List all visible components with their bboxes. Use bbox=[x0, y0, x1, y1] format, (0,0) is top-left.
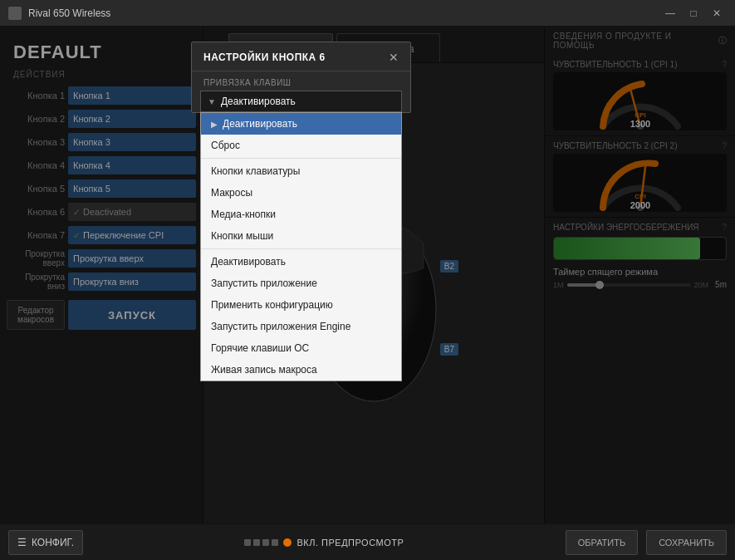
dialog-title: НАСТРОЙКИ КНОПКА 6 bbox=[203, 52, 326, 63]
item-label-mouse: Кнопки мыши bbox=[211, 230, 273, 242]
item-label-deactivate: Деактивировать bbox=[223, 118, 297, 130]
maximize-button[interactable]: □ bbox=[684, 5, 703, 22]
app-title: Rival 650 Wireless bbox=[28, 7, 110, 19]
keybind-label: ПРИВЯЗКА КЛАВИШ bbox=[192, 71, 410, 91]
dropdown-item-deactivate[interactable]: ▶ Деактивировать bbox=[201, 113, 401, 135]
dropdown-item-macros[interactable]: Макросы bbox=[201, 182, 401, 204]
dropdown-container: ▼ Деактивировать ▶ Деактивировать Сброс … bbox=[200, 91, 402, 112]
dropdown-item-hotkeys[interactable]: Горячие клавиши ОС bbox=[201, 337, 401, 359]
item-label-apply-config: Применить конфигурацию bbox=[211, 299, 333, 311]
dialog-header: НАСТРОЙКИ КНОПКА 6 ✕ bbox=[192, 42, 410, 71]
dropdown-item-mouse[interactable]: Кнопки мыши bbox=[201, 225, 401, 247]
config-icon: ☰ bbox=[17, 537, 27, 548]
dropdown-item-deactivate2[interactable]: Деактивировать bbox=[201, 251, 401, 273]
preview-area: ВКЛ. ПРЕДПРОСМОТР bbox=[91, 538, 557, 548]
config-button[interactable]: ☰ КОНФИГ. bbox=[8, 530, 83, 555]
dot3 bbox=[262, 539, 269, 546]
dropdown-item-apply-config[interactable]: Применить конфигурацию bbox=[201, 294, 401, 316]
dropdown-item-launch-app[interactable]: Запустить приложение bbox=[201, 273, 401, 294]
item-label-reset: Сброс bbox=[211, 140, 240, 151]
config-label: КОНФИГ. bbox=[32, 537, 74, 548]
app-icon bbox=[8, 7, 22, 20]
item-label-hotkeys: Горячие клавиши ОС bbox=[211, 342, 309, 354]
dropdown-selected[interactable]: ▼ Деактивировать bbox=[200, 91, 402, 112]
dropdown-item-media[interactable]: Медиа-кнопки bbox=[201, 204, 401, 225]
item-label-live-record: Живая запись макроса bbox=[211, 364, 317, 376]
settings-dialog: НАСТРОЙКИ КНОПКА 6 ✕ ПРИВЯЗКА КЛАВИШ ▼ Д… bbox=[191, 42, 411, 113]
item-label-keyboard: Кнопки клавиатуры bbox=[211, 165, 300, 177]
dot4 bbox=[272, 539, 278, 546]
minimize-button[interactable]: — bbox=[660, 5, 680, 22]
titlebar-controls: — □ ✕ bbox=[660, 5, 727, 22]
item-label-macros: Макросы bbox=[211, 187, 252, 199]
dropdown-item-keyboard[interactable]: Кнопки клавиатуры bbox=[201, 160, 401, 182]
item-label-media: Медиа-кнопки bbox=[211, 209, 276, 220]
dropdown-divider-2 bbox=[201, 248, 401, 249]
titlebar: Rival 650 Wireless — □ ✕ bbox=[0, 0, 735, 27]
dot2 bbox=[253, 539, 260, 546]
dropdown-menu: ▶ Деактивировать Сброс Кнопки клавиатуры… bbox=[200, 112, 402, 381]
dropdown-item-reset[interactable]: Сброс bbox=[201, 135, 401, 156]
save-button[interactable]: СОХРАНИТЬ bbox=[646, 530, 727, 555]
preview-indicator bbox=[283, 538, 292, 547]
dot1 bbox=[244, 539, 251, 546]
item-label-deactivate2: Деактивировать bbox=[211, 256, 286, 268]
dropdown-item-live-record[interactable]: Живая запись макроса bbox=[201, 359, 401, 381]
dialog-close-button[interactable]: ✕ bbox=[389, 51, 399, 64]
dots-icon bbox=[244, 539, 278, 546]
dropdown-arrow: ▼ bbox=[208, 97, 216, 106]
titlebar-left: Rival 650 Wireless bbox=[8, 7, 110, 20]
bottom-bar: ☰ КОНФИГ. ВКЛ. ПРЕДПРОСМОТР ОБРАТИТЬ СОХ… bbox=[0, 523, 735, 560]
dropdown-item-launch-engine[interactable]: Запустить приложения Engine bbox=[201, 316, 401, 337]
item-arrow-deactivate: ▶ bbox=[211, 120, 218, 129]
item-label-launch-engine: Запустить приложения Engine bbox=[211, 321, 350, 332]
close-button[interactable]: ✕ bbox=[707, 5, 727, 22]
dropdown-selected-text: Деактивировать bbox=[221, 96, 296, 107]
item-label-launch-app: Запустить приложение bbox=[211, 278, 317, 289]
revert-button[interactable]: ОБРАТИТЬ bbox=[566, 530, 638, 555]
dropdown-divider-1 bbox=[201, 158, 401, 159]
preview-label: ВКЛ. ПРЕДПРОСМОТР bbox=[296, 538, 404, 548]
